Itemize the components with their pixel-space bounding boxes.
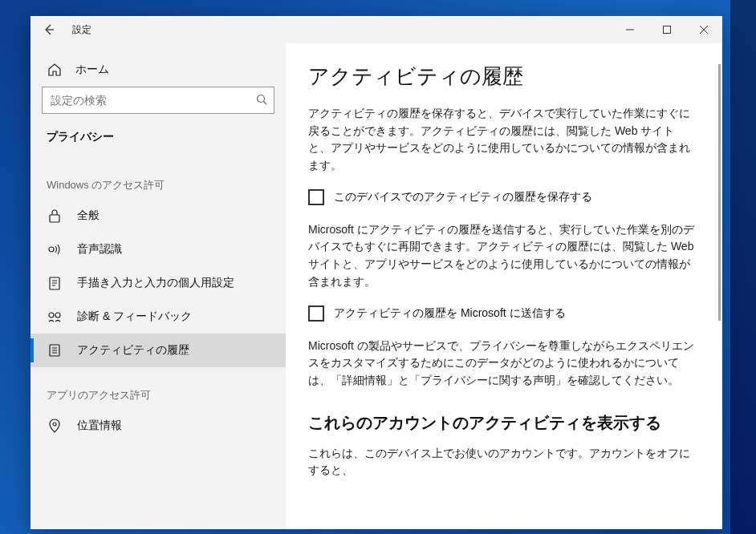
checkbox-label: このデバイスでのアクティビティの履歴を保存する xyxy=(334,190,592,204)
description-4: これらは、このデバイス上でお使いのアカウントです。アカウントをオフにすると、 xyxy=(308,445,697,479)
sidebar: ホーム プライバシー Windows のアクセス許可 全般 xyxy=(30,43,286,529)
description-3: Microsoft の製品やサービスで、プライバシーを尊重しながらエクスペリエン… xyxy=(308,338,697,390)
location-icon xyxy=(47,419,63,433)
sidebar-item-diagnostics[interactable]: 診断 & フィードバック xyxy=(30,300,286,334)
home-icon xyxy=(47,63,63,77)
clipboard-icon xyxy=(47,276,63,290)
feedback-icon xyxy=(47,310,63,323)
sidebar-item-inking[interactable]: 手描き入力と入力の個人用設定 xyxy=(30,266,286,300)
speech-icon xyxy=(47,243,63,256)
settings-window: 設定 ホーム xyxy=(30,16,722,529)
description-1: アクティビティの履歴を保存すると、デバイスで実行していた作業にすぐに戻ることがで… xyxy=(308,105,697,175)
description-2: Microsoft にアクティビティの履歴を送信すると、実行していた作業を別のデ… xyxy=(308,221,697,291)
scrollbar[interactable] xyxy=(718,64,721,321)
sidebar-item-location[interactable]: 位置情報 xyxy=(30,409,286,443)
minimize-button[interactable] xyxy=(612,16,648,43)
page-title: アクティビティの履歴 xyxy=(308,63,697,91)
checkbox-send-microsoft[interactable] xyxy=(308,305,324,322)
search-input[interactable] xyxy=(51,94,256,107)
sidebar-item-general[interactable]: 全般 xyxy=(30,199,286,233)
close-button[interactable] xyxy=(685,16,722,43)
window-body: ホーム プライバシー Windows のアクセス許可 全般 xyxy=(30,43,722,529)
search-icon xyxy=(256,94,267,107)
svg-point-6 xyxy=(55,313,60,318)
window-controls xyxy=(612,16,722,43)
svg-point-5 xyxy=(49,313,54,318)
sidebar-category: プライバシー xyxy=(30,122,286,157)
nav-label: 位置情報 xyxy=(77,419,122,433)
svg-point-8 xyxy=(53,423,56,426)
nav-label: 診断 & フィードバック xyxy=(77,309,192,324)
nav-label: 全般 xyxy=(77,208,100,223)
checkbox-row-store-history[interactable]: このデバイスでのアクティビティの履歴を保存する xyxy=(308,189,697,205)
svg-rect-0 xyxy=(664,26,671,34)
back-button[interactable] xyxy=(30,16,67,43)
svg-point-1 xyxy=(258,95,265,102)
sidebar-item-activity-history[interactable]: アクティビティの履歴 xyxy=(30,334,286,367)
checkbox-row-send-microsoft[interactable]: アクティビティの履歴を Microsoft に送信する xyxy=(308,305,697,322)
close-icon xyxy=(700,26,708,34)
sidebar-section-app-permissions: アプリのアクセス許可 xyxy=(30,367,286,409)
desktop-shadow xyxy=(730,0,756,534)
search-wrap xyxy=(30,87,286,122)
search-box[interactable] xyxy=(42,87,274,114)
maximize-button[interactable] xyxy=(648,16,685,43)
subheading-accounts: これらのアカウントのアクティビティを表示する xyxy=(308,412,697,434)
svg-point-3 xyxy=(49,247,54,252)
arrow-left-icon xyxy=(43,23,55,36)
nav-label: アクティビティの履歴 xyxy=(77,343,189,358)
sidebar-section-windows-permissions: Windows のアクセス許可 xyxy=(30,157,286,199)
lock-icon xyxy=(47,208,63,223)
checkbox-label: アクティビティの履歴を Microsoft に送信する xyxy=(334,306,566,321)
activity-history-icon xyxy=(47,343,63,358)
sidebar-home[interactable]: ホーム xyxy=(30,56,286,87)
checkbox-store-history[interactable] xyxy=(308,189,324,205)
nav-label: 音声認識 xyxy=(77,242,122,257)
sidebar-item-speech[interactable]: 音声認識 xyxy=(30,233,286,266)
home-label: ホーム xyxy=(75,63,109,77)
content-area: アクティビティの履歴 アクティビティの履歴を保存すると、デバイスで実行していた作… xyxy=(286,43,722,529)
window-title: 設定 xyxy=(72,23,91,37)
title-bar: 設定 xyxy=(30,16,722,43)
maximize-icon xyxy=(663,26,671,34)
nav-label: 手描き入力と入力の個人用設定 xyxy=(77,276,234,290)
svg-rect-2 xyxy=(50,215,59,222)
minimize-icon xyxy=(626,26,634,34)
